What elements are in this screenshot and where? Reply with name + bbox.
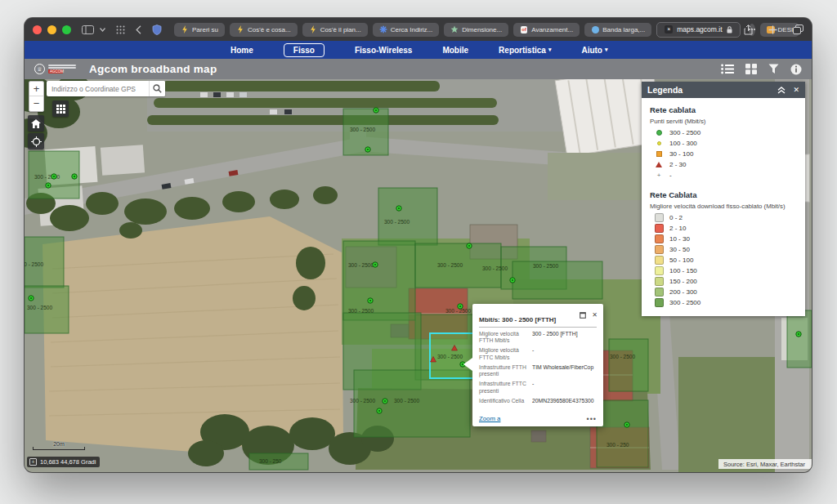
browser-tab[interactable]: Dimensione... <box>444 23 508 37</box>
tab-label: Cerca Indiriz... <box>391 26 433 33</box>
browser-tab[interactable]: Cerca Indiriz... <box>373 23 440 37</box>
coverage-cell[interactable] <box>378 188 437 245</box>
coverage-cell[interactable] <box>787 310 812 368</box>
coverage-cell[interactable] <box>597 400 648 467</box>
layers-grid-icon[interactable] <box>745 64 757 74</box>
nav-item-home[interactable]: Home <box>231 46 253 55</box>
tab-favicon-icon <box>450 25 459 33</box>
browser-tab[interactable]: Pareri su <box>174 23 225 37</box>
basemap-gallery-button[interactable] <box>52 100 69 117</box>
legend-item: 0 - 2 <box>650 212 797 223</box>
coverage-cell[interactable] <box>609 339 648 391</box>
nav-item-fisso-wireless[interactable]: Fisso-Wireless <box>355 46 413 55</box>
browser-tab[interactable]: Banda larga,... <box>584 23 651 37</box>
search-button[interactable] <box>149 81 165 96</box>
served-point-marker[interactable] <box>365 147 370 152</box>
served-point-marker[interactable] <box>624 422 629 427</box>
legend-marker-icon: + <box>654 172 664 179</box>
browser-window: Pareri suCos'è e cosa...Cos'è il pian...… <box>25 18 812 472</box>
served-point-marker[interactable] <box>368 298 373 303</box>
minimize-window-button[interactable] <box>47 25 56 34</box>
served-point-marker[interactable] <box>383 399 387 404</box>
legend-item-label: 2 - 10 <box>669 225 686 232</box>
nav-item-reportistica[interactable]: Reportistica▾ <box>499 46 551 55</box>
locate-button[interactable] <box>28 133 44 149</box>
popup-row-value: - <box>532 381 597 395</box>
tab-favicon-icon <box>181 25 189 33</box>
crosshair-icon[interactable]: + <box>29 458 37 466</box>
popup-maximize-icon[interactable] <box>580 307 586 322</box>
browser-tab[interactable]: Cos'è il pian... <box>302 23 368 37</box>
served-point-marker[interactable] <box>374 108 378 113</box>
legend-item-label: 30 - 50 <box>669 246 690 253</box>
privacy-shield-icon[interactable] <box>152 25 162 35</box>
filter-funnel-icon[interactable] <box>768 64 779 74</box>
served-point-marker[interactable] <box>46 183 51 188</box>
zoom-to-link[interactable]: Zoom a <box>479 415 500 422</box>
legend-item-label: 200 - 300 <box>669 288 697 296</box>
served-point-marker[interactable] <box>72 174 77 179</box>
legend-collapse-icon[interactable] <box>777 87 786 94</box>
served-point-marker[interactable] <box>396 206 401 211</box>
served-point-marker[interactable] <box>796 332 801 337</box>
popup-more-icon[interactable]: ••• <box>587 417 597 421</box>
home-button[interactable] <box>28 115 44 132</box>
popup-row-label: Identificativo Cella <box>479 398 528 404</box>
served-point-marker[interactable] <box>29 296 34 301</box>
cell-speed-label: 300 - 2500 <box>25 261 43 267</box>
cell-speed-label: 300 - 2500 <box>27 305 52 310</box>
cell-speed-label: 300 - 2500 <box>437 354 463 359</box>
search-input[interactable] <box>47 85 149 93</box>
cell-speed-label: 300 - 2500 <box>394 398 419 404</box>
close-window-button[interactable] <box>33 25 42 34</box>
coverage-cell[interactable] <box>354 370 470 437</box>
fullscreen-window-button[interactable] <box>62 25 71 34</box>
legend-marker-icon <box>654 224 664 233</box>
served-point-marker[interactable] <box>458 304 463 309</box>
legend-list-icon[interactable] <box>721 64 734 74</box>
served-point-marker[interactable] <box>373 262 378 267</box>
legend-close-icon[interactable]: ✕ <box>793 86 799 94</box>
share-icon[interactable] <box>744 25 753 35</box>
legend-item: 300 - 2500 <box>650 297 797 308</box>
legend-marker-icon <box>654 288 664 297</box>
info-icon[interactable] <box>790 64 802 75</box>
sidebar-toggle-icon[interactable] <box>82 25 94 34</box>
legend-item-label: 50 - 100 <box>669 256 693 264</box>
legend-panel: Legenda ✕ Rete cablataPunti serviti (Mbi… <box>642 82 805 316</box>
served-point-marker[interactable] <box>467 243 472 248</box>
browser-tabs: Pareri suCos'è e cosa...Cos'è il pian...… <box>174 22 725 38</box>
browser-tab[interactable]: Cos'è e cosa... <box>230 23 298 37</box>
cell-speed-label: 300 - 2500 <box>348 308 374 314</box>
cell-speed-label: 300 - 2500 <box>350 398 375 404</box>
cell-speed-label: 300 - 2500 <box>482 265 508 271</box>
search-box <box>47 81 165 96</box>
served-point-marker[interactable] <box>51 174 56 179</box>
popup-row: Migliore velocità FTTC Mbit/s- <box>479 347 597 361</box>
tab-label: Banda larga,... <box>602 26 645 33</box>
chevron-down-icon[interactable] <box>100 28 105 32</box>
zoom-controls: + − <box>29 81 44 112</box>
served-point-marker[interactable] <box>377 408 382 413</box>
nav-item-fisso[interactable]: Fisso <box>284 43 325 57</box>
address-bar[interactable]: ×maps.agcom.it <box>656 22 740 38</box>
coordinates-value: 10,683 44,678 Gradi <box>40 458 96 466</box>
popup-row: Identificativo Cella20MN2396580E4375300 <box>479 398 597 404</box>
tab-groups-icon[interactable] <box>116 25 125 34</box>
browser-tab[interactable]: ofAvanzament... <box>513 23 580 37</box>
cell-speed-label: 300 - 2500 <box>350 127 375 132</box>
nav-item-mobile[interactable]: Mobile <box>442 46 468 55</box>
served-point-marker[interactable] <box>510 278 515 283</box>
site-favicon-icon: × <box>665 25 673 33</box>
new-tab-icon[interactable] <box>768 25 777 34</box>
legend-item: +- <box>650 170 797 181</box>
nav-item-aiuto[interactable]: Aiuto▾ <box>581 46 607 55</box>
tab-overview-icon[interactable] <box>793 25 803 34</box>
zoom-in-button[interactable]: + <box>29 82 43 96</box>
popup-row: Infrastrutture FTTC presenti- <box>479 381 597 395</box>
app-header: ♕ AGCOM Agcom broadband map <box>25 59 812 79</box>
zoom-out-button[interactable]: − <box>29 96 43 111</box>
back-icon[interactable] <box>136 25 141 34</box>
popup-close-icon[interactable]: ✕ <box>592 311 598 319</box>
scale-label: 20m <box>33 441 85 447</box>
